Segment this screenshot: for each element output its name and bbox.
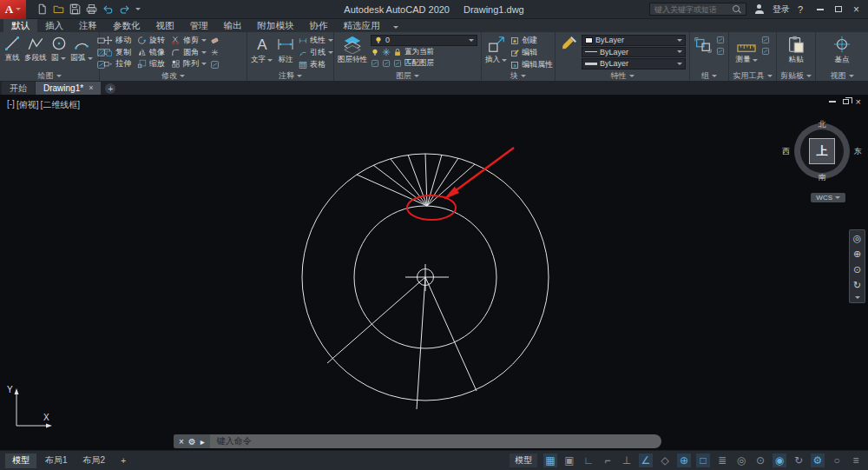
color-combo-arrow-icon[interactable] xyxy=(677,39,682,42)
linear-dim-button[interactable]: 线性 xyxy=(299,35,333,46)
line-entity[interactable] xyxy=(427,155,442,206)
panel-footer-utilities[interactable]: 实用工具 xyxy=(729,70,776,81)
erase-icon[interactable] xyxy=(210,36,220,45)
table-button[interactable]: 表格 xyxy=(299,59,333,70)
file-tab-drawing1[interactable]: Drawing1* × xyxy=(36,82,101,95)
edit-block-button[interactable]: 编辑 xyxy=(510,47,553,58)
ribbon-tab-插入[interactable]: 插入 xyxy=(37,19,71,32)
layer-walk-icon[interactable] xyxy=(393,59,402,68)
line-entity[interactable] xyxy=(427,158,458,206)
command-line[interactable]: × ⚙ ▸ 键入命令 xyxy=(174,434,661,448)
lineweight-combo-arrow-icon[interactable] xyxy=(677,63,682,65)
layer-isolate-icon[interactable] xyxy=(371,59,379,68)
leader-dropdown-icon[interactable] xyxy=(328,51,333,54)
annotation-visibility-toggle[interactable]: ◉ xyxy=(773,453,786,467)
panel-footer-clipboard[interactable]: 剪贴板 xyxy=(777,70,815,81)
offset-icon[interactable] xyxy=(210,60,220,70)
search-box[interactable] xyxy=(649,3,746,16)
autoscale-toggle[interactable]: ↻ xyxy=(792,453,806,467)
layer-off-icon[interactable] xyxy=(371,48,379,56)
polyline-button[interactable]: 多段线 xyxy=(24,34,47,70)
ribbon-collapse-icon[interactable] xyxy=(393,26,398,29)
layer-combo[interactable]: 0 xyxy=(371,35,477,46)
object-snap-toggle[interactable]: □ xyxy=(696,453,710,467)
array-button[interactable]: 阵列 xyxy=(171,58,207,70)
fillet-dropdown-icon[interactable] xyxy=(201,51,207,54)
viewport-menu-toggle[interactable]: [-] xyxy=(7,99,15,111)
wcs-selector[interactable]: WCS xyxy=(811,193,845,202)
quick-select-icon[interactable] xyxy=(761,36,770,44)
make-current-button[interactable]: 置为当前 xyxy=(404,47,434,57)
copy-button[interactable]: 复制 xyxy=(103,47,131,59)
ribbon-tab-附加模块[interactable]: 附加模块 xyxy=(250,19,302,32)
panel-footer-groups[interactable]: 组 xyxy=(690,70,728,81)
selection-cycling-toggle[interactable]: ⊙ xyxy=(753,453,767,467)
insert-block-button[interactable]: 插入 xyxy=(485,34,507,70)
viewcube-top-face[interactable]: 上 xyxy=(809,138,835,164)
redo-button[interactable] xyxy=(119,3,130,15)
array-dropdown-icon[interactable] xyxy=(201,63,207,65)
insert-dropdown-icon[interactable] xyxy=(502,59,507,62)
view-control[interactable]: [俯视] xyxy=(16,99,39,111)
layer-unisolate-icon[interactable] xyxy=(382,59,391,68)
close-button[interactable]: × xyxy=(847,2,865,17)
zoom-icon[interactable]: ⊙ xyxy=(853,265,861,274)
fillet-button[interactable]: 圆角 xyxy=(171,47,207,59)
object-color-combo[interactable]: ByLayer xyxy=(582,35,686,46)
base-point-button[interactable]: 基点 xyxy=(832,34,852,70)
viewcube-north-label[interactable]: 北 xyxy=(819,119,826,130)
text-button[interactable]: A 文字 xyxy=(251,34,273,70)
open-button[interactable] xyxy=(53,3,64,15)
command-customize-icon[interactable]: ⚙ xyxy=(188,437,196,447)
ribbon-tab-默认[interactable]: 默认 xyxy=(3,19,37,32)
viewcube-east-label[interactable]: 东 xyxy=(854,146,862,157)
isolate-objects-toggle[interactable]: ○ xyxy=(830,453,844,467)
stretch-button[interactable]: 拉伸 xyxy=(103,58,131,70)
visual-style-control[interactable]: [二维线框] xyxy=(40,99,80,111)
maximize-button[interactable] xyxy=(829,2,847,17)
save-button[interactable] xyxy=(69,3,81,15)
ribbon-tab-精选应用[interactable]: 精选应用 xyxy=(336,19,388,32)
dynamic-input-toggle[interactable]: ⌐ xyxy=(601,453,615,467)
leader-button[interactable]: 引线 xyxy=(299,47,333,58)
workspace-switching-toggle[interactable]: ⚙ xyxy=(811,453,825,467)
paste-button[interactable]: 粘贴 xyxy=(786,34,806,70)
new-drawing-tab-button[interactable]: + xyxy=(105,83,115,94)
line-button[interactable]: 直线 xyxy=(3,34,21,70)
move-button[interactable]: 移动 xyxy=(103,35,131,47)
viewcube-west-label[interactable]: 西 xyxy=(782,146,790,157)
new-button[interactable] xyxy=(36,3,48,15)
lineweight-combo[interactable]: ByLayer xyxy=(582,58,686,70)
ribbon-tab-输出[interactable]: 输出 xyxy=(216,19,250,32)
help-icon[interactable]: ? xyxy=(798,4,803,15)
ortho-mode-toggle[interactable]: ⊥ xyxy=(620,453,634,467)
rotate-button[interactable]: 旋转 xyxy=(137,35,165,47)
quick-calc-icon[interactable] xyxy=(761,47,770,56)
viewcube-south-label[interactable]: 南 xyxy=(819,172,826,183)
isometric-drafting-toggle[interactable]: ◇ xyxy=(658,453,672,467)
linetype-combo[interactable]: ByLayer xyxy=(582,47,686,58)
measure-dropdown-icon[interactable] xyxy=(753,59,758,62)
mirror-button[interactable]: 镜像 xyxy=(137,47,165,59)
drawing-restore-icon[interactable] xyxy=(843,99,849,104)
layer-freeze-icon[interactable] xyxy=(382,48,391,56)
circle-dropdown-icon[interactable] xyxy=(61,57,66,60)
model-space-canvas[interactable]: [-] [俯视] [二维线框] × 上 北 南 西 东 WCS ◎ ⊕ ⊙ ↻ … xyxy=(0,95,868,450)
panel-footer-view[interactable]: 视图 xyxy=(816,70,868,81)
trim-dropdown-icon[interactable] xyxy=(201,39,207,42)
line-entity[interactable] xyxy=(417,277,425,409)
dimension-button[interactable]: 标注 xyxy=(276,34,295,70)
text-dropdown-icon[interactable] xyxy=(267,59,273,62)
file-tab-close-icon[interactable]: × xyxy=(89,84,93,92)
match-layer-button[interactable]: 匹配图层 xyxy=(404,58,434,69)
snap-mode-toggle[interactable]: ▣ xyxy=(562,453,576,467)
transparency-toggle[interactable]: ◎ xyxy=(734,453,748,467)
model-space-toggle[interactable]: 模型 xyxy=(510,453,537,467)
layer-combo-arrow-icon[interactable] xyxy=(469,39,474,42)
linear-dropdown-icon[interactable] xyxy=(328,39,333,42)
ribbon-tab-协作[interactable]: 协作 xyxy=(302,19,336,32)
explode-icon[interactable] xyxy=(210,48,220,57)
lineweight-toggle[interactable]: ≣ xyxy=(715,453,729,467)
command-recent-icon[interactable]: ▸ xyxy=(201,437,205,447)
drawing-minimize-icon[interactable] xyxy=(829,101,836,103)
